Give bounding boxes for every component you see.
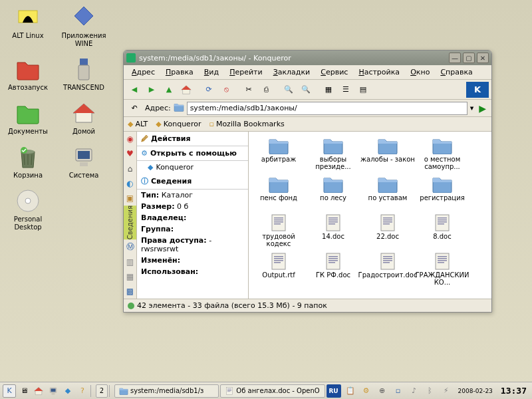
sidetab-services[interactable]: Ⓜ <box>124 239 136 254</box>
desktop-icon-cd[interactable]: Personal Desktop <box>0 184 56 235</box>
task-button[interactable]: system:/media/sdb1/з <box>114 384 219 398</box>
sidetab-info-active[interactable]: Сведения <box>124 205 136 239</box>
tray-bluetooth-icon[interactable]: ᛒ <box>424 384 437 398</box>
close-button[interactable]: ✕ <box>477 53 489 63</box>
menu-Адрес[interactable]: Адрес <box>128 66 159 78</box>
zoom-out-button[interactable]: 🔍 <box>298 82 314 98</box>
side-tabs: ◉ ♥ ⌂ ◐ ▣ Сведения Ⓜ ▥ ▦ ▩ <box>124 132 137 299</box>
file-item[interactable]: арбитраж <box>251 137 306 176</box>
desktop-icon-folder-red[interactable]: Автозапуск <box>0 52 56 96</box>
view-tree-button[interactable]: ▤ <box>355 82 371 98</box>
task-button[interactable]: Об ангелах.doc - OpenO <box>220 384 325 398</box>
cut-button[interactable]: ✂ <box>241 82 257 98</box>
menu-Окно[interactable]: Окно <box>406 66 434 78</box>
menu-Вид[interactable]: Вид <box>200 66 223 78</box>
file-item[interactable]: ГРАЖДАНСКИЙ КО... <box>415 253 469 291</box>
home-button[interactable] <box>178 82 194 98</box>
up-button[interactable]: ▲ <box>161 82 177 98</box>
show-desktop-button[interactable]: 🖥 <box>17 384 31 398</box>
file-item[interactable]: 8.doc <box>415 214 469 253</box>
doc-icon <box>432 253 453 270</box>
file-item[interactable]: ГК РФ.doc <box>306 253 360 291</box>
file-item[interactable]: выборы президе... <box>306 137 360 176</box>
desktop-icon-folder-green[interactable]: Документы <box>0 96 56 140</box>
menubar: АдресПравкаВидПерейтиЗакладкиСервисНастр… <box>124 65 491 80</box>
tray-power-icon[interactable]: ⚡ <box>440 384 453 398</box>
reload-button[interactable]: ⟳ <box>201 82 217 98</box>
file-view[interactable]: арбитражвыборы президе...жалобы - законо… <box>249 132 491 299</box>
tray-klipper-icon[interactable]: 📋 <box>344 384 357 398</box>
folder-icon <box>432 137 453 154</box>
kmenu-button[interactable]: K <box>3 384 16 398</box>
sidetab-extra3[interactable]: ▩ <box>124 284 136 299</box>
file-item[interactable]: по уставам <box>360 176 415 214</box>
desktop-icon-system[interactable]: Система <box>56 140 112 184</box>
desktop-icon-home[interactable]: Домой <box>56 96 112 140</box>
openwith-konqueror[interactable]: ◆Konqueror <box>137 161 248 174</box>
doc-icon <box>377 253 398 270</box>
file-item[interactable]: о местном самоупр... <box>415 137 469 176</box>
view-list-button[interactable]: ☰ <box>338 82 354 98</box>
file-item[interactable]: трудовой кодекс <box>251 214 306 253</box>
openwith-header: ⚙Открыть с помощью <box>137 146 248 161</box>
tray-updates-icon[interactable]: ⚙ <box>360 384 373 398</box>
address-input[interactable] <box>187 102 467 115</box>
view-icons-button[interactable]: ▦ <box>321 82 336 98</box>
tray-display-icon[interactable]: ▫ <box>392 384 405 398</box>
taskbar-date[interactable]: 2008-02-23 <box>456 388 495 394</box>
titlebar[interactable]: system:/media/sdb1/законы/ - Konqueror —… <box>124 51 491 65</box>
taskbar-system-icon[interactable] <box>47 384 60 398</box>
lang-indicator[interactable]: RU <box>327 384 341 398</box>
file-item[interactable]: Градостроит.doc <box>360 253 415 291</box>
minimize-button[interactable]: — <box>449 53 461 63</box>
taskbar-help-icon[interactable]: ? <box>76 384 89 398</box>
file-item[interactable]: Output.rtf <box>251 253 306 291</box>
menu-Перейти[interactable]: Перейти <box>225 66 267 78</box>
file-item[interactable]: пенс фонд <box>251 176 306 214</box>
alt-icon: ◆ <box>128 120 133 128</box>
maximize-button[interactable]: ▢ <box>463 53 475 63</box>
menu-Настройка[interactable]: Настройка <box>354 66 404 78</box>
address-dropdown[interactable]: ▾ <box>470 104 474 112</box>
desktop-pager[interactable]: 2 <box>96 384 108 398</box>
stop-button[interactable]: ⦸ <box>218 82 234 98</box>
file-item[interactable]: 14.doc <box>306 214 360 253</box>
menu-Закладки[interactable]: Закладки <box>269 66 315 78</box>
menu-Сервис[interactable]: Сервис <box>317 66 352 78</box>
file-item[interactable]: регистрация <box>415 176 469 214</box>
sidetab-extra2[interactable]: ▦ <box>124 269 136 284</box>
forward-button[interactable]: ▶ <box>144 82 160 98</box>
doc-icon <box>268 214 289 231</box>
info-row: Тип: Каталог <box>137 190 248 201</box>
zoom-in-button[interactable]: 🔍 <box>281 82 297 98</box>
taskbar-konq-icon[interactable]: ◆ <box>61 384 74 398</box>
taskbar-clock[interactable]: 13:37 <box>498 386 529 396</box>
file-item[interactable]: по лесу <box>306 176 360 214</box>
menu-Правка[interactable]: Правка <box>162 66 198 78</box>
back-button[interactable]: ◀ <box>126 82 142 98</box>
bookmark-Konqueror[interactable]: ◆Konqueror <box>156 120 201 128</box>
bookmark-Mozilla Bookmarks[interactable]: ▫Mozilla Bookmarks <box>209 120 284 128</box>
folder-icon <box>323 137 344 154</box>
sidetab-home[interactable]: ⌂ <box>124 161 136 176</box>
sidetab-bookmarks[interactable]: ♥ <box>124 146 136 161</box>
sidetab-network[interactable]: ◐ <box>124 176 136 191</box>
usb-icon <box>70 56 97 82</box>
taskbar-home-icon[interactable] <box>32 384 45 398</box>
go-button[interactable]: ▶ <box>476 103 489 114</box>
desktop-icon-trash[interactable]: Корзина <box>0 140 56 184</box>
desktop-icon-altlinux[interactable]: ALT Linux <box>0 0 56 44</box>
sidetab-root[interactable]: ▣ <box>124 191 136 205</box>
tray-network-icon[interactable]: ⊕ <box>376 384 389 398</box>
clear-address-button[interactable]: ↶ <box>126 100 142 116</box>
bookmark-ALT[interactable]: ◆ALT <box>128 120 148 128</box>
print-button[interactable]: ⎙ <box>258 82 274 98</box>
file-item[interactable]: 22.doc <box>360 214 415 253</box>
desktop-icon-usb[interactable]: TRANSCEND <box>56 52 112 96</box>
sidetab-history[interactable]: ◉ <box>124 132 136 146</box>
sidetab-extra1[interactable]: ▥ <box>124 254 136 269</box>
tray-sound-icon[interactable]: ♪ <box>408 384 421 398</box>
file-item[interactable]: жалобы - закон <box>360 137 415 176</box>
desktop-icon-wine[interactable]: Приложения WINE <box>56 0 112 52</box>
menu-Справка[interactable]: Справка <box>436 66 476 78</box>
